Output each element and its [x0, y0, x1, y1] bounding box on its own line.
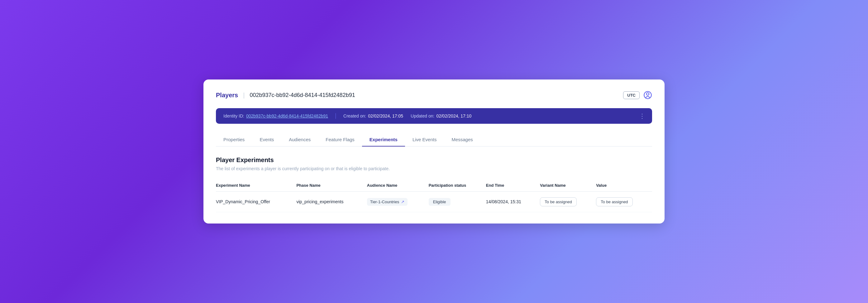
phase-name-cell: vip_pricing_experiments [296, 191, 367, 212]
section-title: Player Experiments [216, 156, 652, 164]
col-audience-name: Audience Name [367, 180, 429, 192]
experiment-name-value: VIP_Dynamic_Pricing_Offer [216, 199, 270, 204]
tab-live-events[interactable]: Live Events [405, 133, 444, 147]
variant-name-badge: To be assigned [540, 197, 577, 206]
table-header-row: Experiment Name Phase Name Audience Name… [216, 180, 652, 192]
identity-value[interactable]: 002b937c-bb92-4d6d-8414-415fd2482b91 [246, 114, 328, 118]
created-item: Created on: 02/02/2024, 17:05 [343, 114, 403, 118]
value-badge: To be assigned [596, 197, 632, 206]
col-participation-status: Participation status [429, 180, 486, 192]
updated-value: 02/02/2024, 17:10 [436, 114, 471, 118]
phase-name-value: vip_pricing_experiments [296, 199, 343, 204]
tab-experiments[interactable]: Experiments [362, 133, 405, 147]
end-time-cell: 14/08/2024, 15:31 [486, 191, 540, 212]
col-end-time: End Time [486, 180, 540, 192]
svg-point-1 [647, 93, 649, 95]
user-circle-icon[interactable] [643, 91, 652, 99]
col-experiment-name: Experiment Name [216, 180, 296, 192]
end-time-value: 14/08/2024, 15:31 [486, 199, 521, 204]
tab-events[interactable]: Events [252, 133, 281, 147]
utc-badge[interactable]: UTC [623, 91, 640, 99]
experiments-table: Experiment Name Phase Name Audience Name… [216, 180, 652, 212]
updated-label: Updated on: [411, 114, 434, 118]
more-options-icon[interactable]: ⋮ [639, 112, 646, 120]
section-description: The list of experiments a player is curr… [216, 166, 652, 171]
header-divider: | [243, 92, 245, 99]
tabs: Properties Events Audiences Feature Flag… [216, 133, 652, 147]
header-right: UTC [623, 91, 652, 99]
col-phase-name: Phase Name [296, 180, 367, 192]
variant-name-cell: To be assigned [540, 191, 596, 212]
audience-badge[interactable]: Tier-1-Countries ↗ [367, 198, 407, 206]
value-cell: To be assigned [596, 191, 652, 212]
status-badge: Eligible [429, 198, 451, 206]
updated-item: Updated on: 02/02/2024, 17:10 [411, 114, 471, 118]
participation-status-cell: Eligible [429, 191, 486, 212]
audience-name-value: Tier-1-Countries [370, 200, 399, 204]
players-label[interactable]: Players [216, 92, 238, 99]
player-id: 002b937c-bb92-4d6d-8414-415fd2482b91 [250, 92, 355, 98]
tab-feature-flags[interactable]: Feature Flags [318, 133, 362, 147]
main-card: Players | 002b937c-bb92-4d6d-8414-415fd2… [204, 80, 664, 223]
col-value: Value [596, 180, 652, 192]
identity-item: Identity ID: 002b937c-bb92-4d6d-8414-415… [223, 114, 328, 118]
identity-label: Identity ID: [223, 114, 244, 118]
experiments-section: Player Experiments The list of experimen… [216, 156, 652, 212]
header: Players | 002b937c-bb92-4d6d-8414-415fd2… [216, 91, 652, 99]
tab-properties[interactable]: Properties [216, 133, 252, 147]
tab-messages[interactable]: Messages [444, 133, 480, 147]
created-label: Created on: [343, 114, 366, 118]
tab-audiences[interactable]: Audiences [281, 133, 318, 147]
experiment-name-cell: VIP_Dynamic_Pricing_Offer [216, 191, 296, 212]
header-left: Players | 002b937c-bb92-4d6d-8414-415fd2… [216, 92, 355, 99]
created-value: 02/02/2024, 17:05 [368, 114, 403, 118]
col-variant-name: Variant Name [540, 180, 596, 192]
info-bar: Identity ID: 002b937c-bb92-4d6d-8414-415… [216, 108, 652, 124]
table-row: VIP_Dynamic_Pricing_Offer vip_pricing_ex… [216, 191, 652, 212]
external-link-icon: ↗ [401, 200, 404, 204]
info-separator [336, 113, 336, 119]
audience-name-cell: Tier-1-Countries ↗ [367, 191, 429, 212]
